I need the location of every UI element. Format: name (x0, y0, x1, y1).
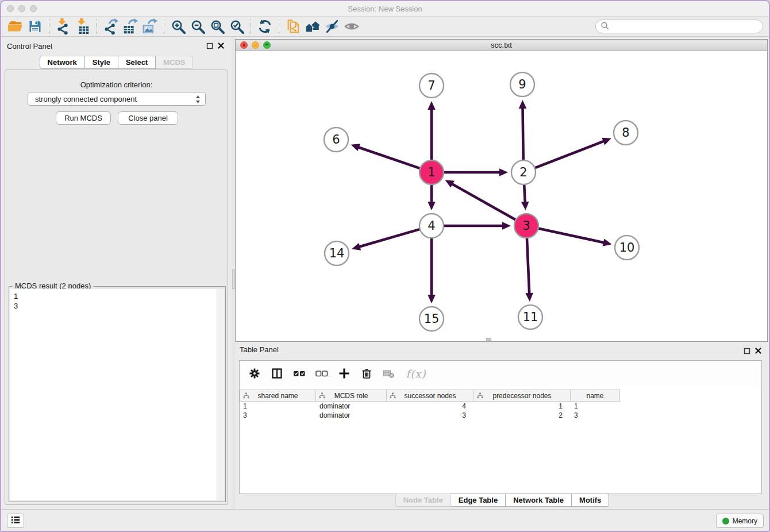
column-split-icon[interactable] (270, 367, 284, 380)
tab-network[interactable]: Network (40, 56, 85, 69)
graph-node-6[interactable]: 6 (324, 128, 348, 152)
mcds-result-groupbox: MCDS result (2 nodes) 13 (9, 286, 226, 502)
function-builder-icon[interactable]: f(x) (405, 367, 428, 380)
graph-edge-1-2[interactable] (444, 168, 508, 176)
zoom-selected-icon[interactable] (227, 18, 247, 35)
svg-text:7: 7 (428, 79, 435, 92)
network-overview-icon[interactable] (303, 18, 322, 35)
graph-node-4[interactable]: 4 (419, 214, 444, 238)
export-image-icon[interactable] (140, 18, 160, 35)
tab-select[interactable]: Select (118, 56, 156, 69)
graph-node-10[interactable]: 10 (615, 236, 639, 260)
table-cell: 1 (474, 402, 571, 411)
graph-node-2[interactable]: 2 (511, 160, 536, 184)
graph-edge-4-3[interactable] (444, 222, 511, 230)
float-panel-icon[interactable] (206, 42, 213, 49)
network-canvas[interactable]: 7968124314101511 (236, 51, 767, 341)
column-header-successor-nodes[interactable]: successor nodes (387, 390, 474, 402)
show-details-icon[interactable] (342, 18, 361, 35)
mcds-result-textarea[interactable]: 13 (10, 289, 217, 500)
column-header-name[interactable]: name (571, 390, 620, 402)
refresh-layout-icon[interactable] (255, 18, 275, 35)
tab-mcds[interactable]: MCDS (156, 56, 193, 69)
table-cell: 3 (387, 411, 474, 420)
zoom-out-icon[interactable] (188, 18, 207, 35)
export-table-icon[interactable] (121, 18, 140, 35)
toolbar-separator (279, 19, 279, 34)
control-panel: Control Panel NetworkStyleSelectMCDS Opt… (1, 37, 232, 509)
column-label: shared name (257, 392, 298, 400)
graph-node-7[interactable]: 7 (419, 74, 444, 98)
add-icon[interactable] (337, 367, 351, 380)
hide-details-icon[interactable] (322, 18, 342, 35)
fx-label: f(x) (406, 368, 426, 380)
graph-node-3[interactable]: 3 (514, 214, 538, 238)
graph-edge-4-14[interactable] (352, 229, 420, 250)
tab-motifs[interactable]: Motifs (572, 494, 609, 507)
search-field[interactable] (595, 20, 763, 33)
open-icon[interactable] (6, 18, 25, 35)
svg-text:6: 6 (332, 133, 340, 147)
window-title: Session: New Session (1, 1, 769, 17)
table-cell: 1 (240, 402, 316, 411)
canvas-hscroll-thumb[interactable] (486, 338, 491, 341)
node-table: shared nameMCDS rolesuccessor nodesprede… (240, 390, 761, 494)
column-label: predecessor nodes (492, 392, 551, 400)
graph-node-8[interactable]: 8 (614, 121, 638, 145)
save-icon[interactable] (25, 18, 45, 35)
graph-edge-3-10[interactable] (538, 228, 612, 246)
gear-icon[interactable] (248, 367, 261, 380)
tab-network-table[interactable]: Network Table (506, 494, 572, 507)
deselect-all-icon[interactable] (315, 367, 329, 380)
graph-node-15[interactable]: 15 (419, 307, 444, 331)
delete-table-icon[interactable] (382, 367, 396, 380)
select-all-icon[interactable] (292, 367, 306, 380)
memory-button[interactable]: Memory (716, 514, 764, 528)
graph-node-14[interactable]: 14 (325, 241, 349, 265)
search-input[interactable] (610, 22, 758, 31)
column-header-MCDS-role[interactable]: MCDS role (316, 390, 387, 402)
zoom-in-icon[interactable] (168, 18, 188, 35)
graph-edge-3-1[interactable] (445, 180, 516, 219)
tree-icon (477, 392, 483, 400)
export-network-icon[interactable] (101, 18, 121, 35)
float-table-panel-icon[interactable] (743, 347, 750, 354)
graph-node-1[interactable]: 1 (419, 160, 444, 184)
table-row[interactable]: 3dominator323 (240, 411, 761, 420)
criterion-select[interactable]: strongly connected component (28, 92, 206, 106)
column-header-predecessor-nodes[interactable]: predecessor nodes (474, 390, 571, 402)
graph-canvas: 7968124314101511 (236, 51, 767, 341)
select-stepper-icon (195, 95, 201, 106)
column-header-shared-name[interactable]: shared name (240, 390, 316, 402)
delete-icon[interactable] (360, 367, 374, 380)
tab-edge-table[interactable]: Edge Table (451, 494, 506, 507)
graph-edge-1-7[interactable] (428, 101, 436, 160)
memory-status-icon (722, 518, 729, 525)
tab-node-table[interactable]: Node Table (395, 494, 451, 507)
graph-edge-1-6[interactable] (351, 144, 421, 168)
graph-edge-1-4[interactable] (428, 184, 436, 210)
result-scrollbar[interactable] (217, 289, 224, 500)
close-panel-button[interactable]: Close panel (118, 111, 178, 125)
graph-node-9[interactable]: 9 (510, 72, 534, 97)
svg-text:2: 2 (519, 165, 527, 179)
import-table-icon[interactable] (73, 18, 93, 35)
graph-edge-4-15[interactable] (428, 238, 436, 303)
graph-edge-2-8[interactable] (535, 138, 611, 168)
column-label: MCDS role (334, 392, 368, 400)
close-panel-icon[interactable] (217, 42, 225, 49)
run-mcds-button[interactable]: Run MCDS (56, 111, 111, 125)
graph-edge-3-11[interactable] (525, 238, 533, 302)
import-network-icon[interactable] (53, 18, 73, 35)
graph-edge-2-3[interactable] (521, 184, 529, 210)
status-bar: Memory (1, 509, 769, 531)
table-row[interactable]: 1dominator411 (240, 402, 761, 411)
criterion-selected-value: strongly connected component (35, 95, 137, 103)
graph-node-11[interactable]: 11 (518, 305, 542, 329)
clone-network-icon[interactable] (283, 18, 303, 35)
task-history-button[interactable] (7, 514, 24, 528)
graph-edge-2-9[interactable] (519, 100, 527, 160)
close-table-panel-icon[interactable] (754, 347, 762, 354)
tab-style[interactable]: Style (85, 56, 118, 69)
zoom-fit-icon[interactable] (207, 18, 227, 35)
